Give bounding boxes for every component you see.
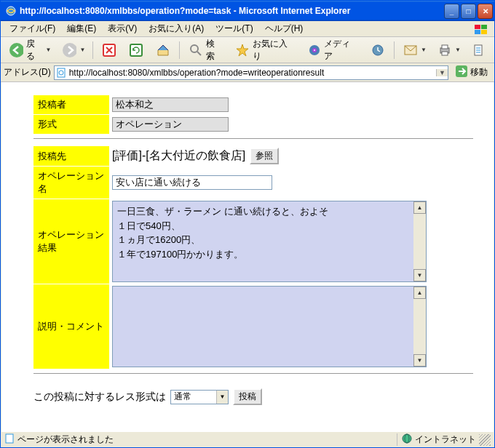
- scroll-down-icon[interactable]: ▼: [413, 269, 426, 281]
- star-icon: [235, 43, 249, 57]
- separator: [179, 41, 180, 59]
- author-field: 松本和之: [112, 97, 229, 112]
- edit-button[interactable]: [467, 40, 491, 60]
- reply-format-select[interactable]: 通常 ▼: [170, 390, 229, 404]
- reply-format-label: この投稿に対するレス形式は: [33, 391, 166, 404]
- back-label: 戻る: [26, 38, 42, 63]
- ie-icon: [5, 5, 17, 17]
- stop-button[interactable]: [97, 40, 122, 60]
- format-label: 形式: [33, 115, 109, 134]
- window-title: http://localhost:8080/xmlbbs/operation?m…: [20, 6, 444, 16]
- svg-rect-17: [442, 45, 448, 49]
- search-icon: [189, 43, 202, 57]
- comment-label: 説明・コメント: [33, 284, 109, 369]
- scroll-up-icon[interactable]: ▲: [413, 287, 426, 299]
- address-dropdown-icon[interactable]: ▼: [436, 69, 448, 76]
- media-label: メディア: [324, 38, 358, 63]
- history-icon: [371, 43, 385, 57]
- media-button[interactable]: メディア: [302, 35, 363, 65]
- svg-rect-1: [475, 25, 480, 29]
- mail-icon: [403, 43, 418, 57]
- addressbar: アドレス(D) ▼ 移動: [1, 63, 494, 82]
- go-button[interactable]: 移動: [451, 63, 491, 81]
- menu-favorites[interactable]: お気に入り(A): [143, 21, 210, 36]
- reply-format-value: 通常: [174, 391, 191, 403]
- svg-point-6: [63, 43, 76, 57]
- address-input[interactable]: [68, 68, 436, 78]
- opname-input[interactable]: [112, 175, 272, 190]
- menubar: ファイル(F) 編集(E) 表示(V) お気に入り(A) ツール(T) ヘルプ(…: [1, 21, 494, 37]
- home-button[interactable]: [151, 40, 175, 60]
- opresult-textarea[interactable]: 一日三食、ザ・ラーメン に通い続けると、およそ １日で540円、 １ヵ月で162…: [112, 201, 427, 282]
- history-button[interactable]: [365, 40, 390, 60]
- opresult-text: 一日三食、ザ・ラーメン に通い続けると、およそ １日で540円、 １ヵ月で162…: [113, 201, 426, 281]
- print-button[interactable]: ▼: [432, 40, 464, 60]
- page-icon: [55, 68, 68, 78]
- comment-textarea[interactable]: ▲▼: [112, 286, 427, 367]
- browse-button[interactable]: 参照: [250, 148, 279, 164]
- address-field-wrap[interactable]: ▼: [54, 65, 448, 80]
- statusbar: ページが表示されました イントラネット: [1, 431, 494, 447]
- scrollbar[interactable]: ▲▼: [413, 287, 426, 367]
- scroll-down-icon[interactable]: ▼: [413, 354, 426, 367]
- svg-point-27: [403, 434, 411, 443]
- menu-tools[interactable]: ツール(T): [210, 21, 258, 36]
- opresult-label: オペレーション結果: [33, 199, 109, 284]
- titlebar: http://localhost:8080/xmlbbs/operation?m…: [1, 1, 494, 21]
- divider: [33, 373, 473, 374]
- forward-button[interactable]: ▼: [57, 40, 89, 60]
- mail-button[interactable]: ▼: [398, 40, 430, 60]
- scrollbar[interactable]: ▲▼: [413, 201, 426, 281]
- stop-icon: [102, 43, 116, 57]
- svg-rect-2: [481, 25, 487, 29]
- separator: [394, 41, 395, 59]
- minimize-button[interactable]: _: [444, 4, 459, 19]
- forward-icon: [62, 43, 76, 57]
- toolbar: 戻る ▼ ▼ 検索 お気に入り メディア ▼ ▼: [1, 37, 494, 63]
- xp-flag-icon: [470, 22, 493, 37]
- menu-file[interactable]: ファイル(F): [4, 21, 61, 36]
- svg-point-9: [191, 45, 198, 52]
- svg-rect-8: [130, 44, 142, 56]
- favorites-label: お気に入り: [253, 38, 295, 63]
- chevron-down-icon: ▼: [79, 47, 84, 53]
- author-label: 投稿者: [33, 95, 109, 114]
- zone-icon: [402, 433, 412, 446]
- svg-rect-4: [481, 30, 487, 34]
- refresh-button[interactable]: [124, 40, 148, 60]
- svg-rect-3: [475, 30, 480, 34]
- svg-point-5: [9, 43, 23, 57]
- chevron-down-icon: ▼: [455, 47, 459, 53]
- back-button[interactable]: 戻る ▼: [4, 35, 55, 65]
- svg-rect-18: [442, 52, 448, 55]
- maximize-button[interactable]: □: [461, 4, 476, 19]
- divider: [33, 138, 473, 139]
- submit-button[interactable]: 投稿: [233, 388, 262, 405]
- ie-window: http://localhost:8080/xmlbbs/operation?m…: [0, 0, 495, 448]
- go-icon: [455, 65, 468, 80]
- status-text: ページが表示されました: [17, 433, 114, 446]
- search-label: 検索: [206, 38, 223, 63]
- comment-text: [113, 287, 426, 367]
- search-button[interactable]: 検索: [183, 35, 228, 65]
- destination-value: [評価]-[名大付近の飲食店]: [112, 148, 245, 164]
- page-icon: [4, 433, 15, 446]
- chevron-down-icon: ▼: [421, 47, 425, 53]
- scroll-up-icon[interactable]: ▲: [413, 201, 426, 214]
- resize-grip[interactable]: [479, 434, 491, 446]
- opname-label: オペレーション名: [33, 167, 109, 199]
- page-content: 投稿者 松本和之 形式 オペレーション 投稿先 [評価]-[名大付近の飲食店] …: [1, 82, 494, 431]
- format-field: オペレーション: [112, 117, 229, 132]
- go-label: 移動: [470, 66, 488, 79]
- edit-icon: [472, 43, 486, 57]
- refresh-icon: [129, 43, 143, 57]
- menu-help[interactable]: ヘルプ(H): [259, 21, 309, 36]
- menu-view[interactable]: 表示(V): [102, 21, 143, 36]
- chevron-down-icon: ▼: [216, 391, 228, 404]
- close-button[interactable]: ✕: [478, 4, 493, 19]
- separator: [92, 41, 93, 59]
- favorites-button[interactable]: お気に入り: [230, 35, 300, 65]
- menu-edit[interactable]: 編集(E): [61, 21, 102, 36]
- svg-line-10: [197, 52, 201, 55]
- svg-point-13: [314, 49, 315, 51]
